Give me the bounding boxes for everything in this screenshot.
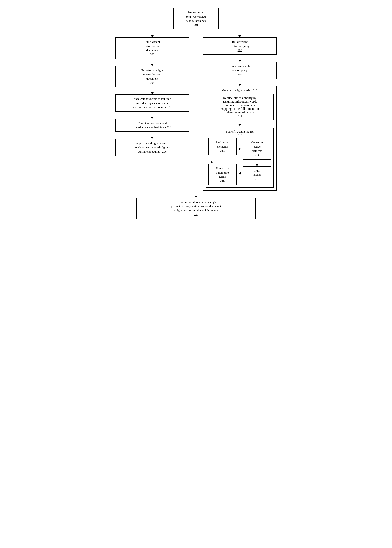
combine-box: Combine functional andtransductance embe… <box>115 119 189 132</box>
find-active-box: Find activeelements213 <box>208 138 237 155</box>
arrow-find-to-constrain <box>239 147 241 150</box>
constrain-box: Constrainactiveelements214 <box>243 138 271 159</box>
arrow-ifless-to-findactive <box>210 161 213 163</box>
transform-query-box: Transform weightvector query209 <box>203 62 277 79</box>
arrow-reduce-to-sparsify <box>206 120 274 126</box>
determine-box: Determine similarity score using aproduc… <box>136 198 256 219</box>
arrow-transform-query-to-generate <box>238 79 241 86</box>
arrow-pre-to-build-doc <box>151 29 154 37</box>
arrow-constrain-to-train <box>256 161 259 166</box>
build-doc-box: Build weightvector for eachdocument202 <box>115 37 189 59</box>
reduce-dim-box: Reduce dimensionality byassigning infreq… <box>206 94 274 120</box>
if-less-box: If less thanp non-zeroterms216 <box>208 164 237 186</box>
transform-doc-box: Transform weightvector for eachdocument2… <box>115 66 189 87</box>
arrow-pre-to-build-query <box>238 29 241 37</box>
train-model-box: Trainmodel215 <box>243 166 271 183</box>
arrow-build-doc-to-transform <box>151 59 154 66</box>
sparsify-label: Sparsify weight matrix212 <box>208 130 271 137</box>
generate-matrix-label: Generate weight matrix - 210 <box>206 89 274 92</box>
arrow-map-to-combine <box>151 112 154 119</box>
diagram: Preprocessing(e.g., Correlatedfeature ha… <box>106 4 286 227</box>
sparsify-section: Sparsify weight matrix212 Find activeele… <box>206 128 274 188</box>
generate-matrix-outer: Generate weight matrix - 210 Reduce dime… <box>203 86 277 191</box>
sliding-window-box: Employ a sliding window toconsider nearb… <box>115 139 189 156</box>
arrow-to-determine <box>195 191 197 198</box>
arrow-transform-doc-to-map <box>151 87 154 94</box>
preprocessing-box: Preprocessing(e.g., Correlatedfeature ha… <box>173 8 219 29</box>
arrow-train-to-ifless <box>239 172 241 175</box>
arrow-combine-to-sliding <box>151 132 154 139</box>
map-weight-box: Map weight vectors to multipleembedded s… <box>115 94 189 112</box>
arrow-build-query-to-transform <box>238 55 241 62</box>
build-query-box: Build weightvector for query203 <box>203 37 277 55</box>
